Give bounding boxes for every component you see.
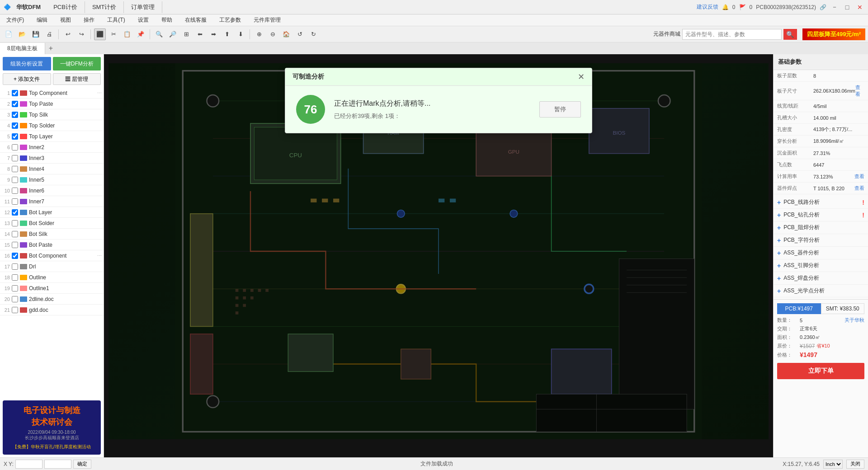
param-utilization-link[interactable]: 查看 <box>854 173 864 180</box>
tb-fit[interactable]: ⊞ <box>180 28 192 40</box>
add-file-btn[interactable]: + 添加文件 <box>3 73 51 85</box>
tb-print[interactable]: 🖨 <box>43 28 55 40</box>
layer-check[interactable] <box>12 209 18 216</box>
confirm-btn[interactable]: 确定 <box>73 460 91 469</box>
layer-row[interactable]: 2 Top Paste <box>0 99 104 109</box>
price-tab-pcb[interactable]: PCB:¥1497 <box>777 303 821 314</box>
layer-row[interactable]: 18 Outline <box>0 272 104 283</box>
layer-row[interactable]: 16 Bot Component ⋯ <box>0 250 104 261</box>
layer-row[interactable]: 11 Inner7 <box>0 196 104 207</box>
analysis-pcb-trace[interactable]: + PCB_线路分析 ! <box>774 196 868 209</box>
tb-copy[interactable]: 📋 <box>121 28 133 40</box>
layer-check[interactable] <box>12 296 18 302</box>
layer-row[interactable]: 9 Inner5 <box>0 174 104 185</box>
minimize-button[interactable]: － <box>830 3 839 12</box>
layer-row[interactable]: 5 Top Layer <box>0 131 104 142</box>
menu-process[interactable]: 工艺参数 <box>217 15 244 25</box>
analysis-pcb-char[interactable]: + PCB_字符分析 <box>774 234 868 247</box>
layer-check[interactable] <box>12 220 18 226</box>
mode-btn[interactable]: 关闭 <box>846 460 864 469</box>
flag-icon[interactable]: 🚩 <box>739 4 746 10</box>
analysis-ass-pad[interactable]: + ASS_焊盘分析 <box>774 272 868 285</box>
layer-row[interactable]: 13 Bot Solder <box>0 218 104 229</box>
tb-home[interactable]: 🏠 <box>280 28 292 40</box>
layer-row[interactable]: 4 Top Solder <box>0 120 104 131</box>
left-banner[interactable]: 电子设计与制造技术研讨会 2022/09/04 09:30-18:00 长沙步步… <box>3 400 101 455</box>
menu-file[interactable]: 文件(F) <box>4 15 27 25</box>
layer-check[interactable] <box>12 133 18 140</box>
tb-up[interactable]: ⬆ <box>221 28 233 40</box>
menu-tools[interactable]: 工具(T) <box>104 15 127 25</box>
price-tab-smt[interactable]: SMT: ¥383.50 <box>821 303 865 314</box>
layer-check[interactable] <box>12 112 18 118</box>
analysis-ass-optical[interactable]: + ASS_光学点分析 <box>774 285 868 297</box>
layer-row[interactable]: 1 Top Component ⋯ <box>0 88 104 99</box>
layer-check[interactable] <box>12 242 18 248</box>
layer-check[interactable] <box>12 274 18 281</box>
layer-check[interactable] <box>12 231 18 237</box>
analysis-pcb-solder[interactable]: + PCB_阻焊分析 <box>774 221 868 234</box>
menu-support[interactable]: 在线客服 <box>182 15 209 25</box>
tab-pcb[interactable]: PCB计价 <box>46 1 85 13</box>
ad-banner-toolbar[interactable]: 四层板降至499元/m² <box>802 28 865 40</box>
layer-row[interactable]: 10 Inner6 <box>0 185 104 196</box>
layer-row[interactable]: 3 Top Silk <box>0 109 104 120</box>
dialog-close-btn[interactable]: ✕ <box>578 73 585 81</box>
layer-row[interactable]: 8 Inner4 <box>0 164 104 174</box>
tb-redo[interactable]: ↪ <box>75 28 87 40</box>
tb-cut[interactable]: ✂ <box>108 28 119 40</box>
tb-zoom-in[interactable]: 🔍 <box>153 28 165 40</box>
layer-row[interactable]: 7 Inner3 <box>0 153 104 164</box>
order-button[interactable]: 立即下单 <box>777 363 864 379</box>
analysis-ass-component[interactable]: + ASS_器件分析 <box>774 247 868 259</box>
layer-check[interactable] <box>12 166 18 172</box>
layer-check[interactable] <box>12 90 18 96</box>
tab-order[interactable]: 订单管理 <box>124 1 162 13</box>
layer-check[interactable] <box>12 155 18 161</box>
analysis-pcb-drill[interactable]: + PCB_钻孔分析 ! <box>774 209 868 221</box>
menu-view[interactable]: 视图 <box>57 15 74 25</box>
dfm-analysis-btn[interactable]: 一键DFM分析 <box>53 57 101 70</box>
layer-row[interactable]: 17 Drl <box>0 261 104 272</box>
layer-row[interactable]: 19 Outline1 <box>0 283 104 294</box>
y-coord-input[interactable] <box>44 460 71 469</box>
tb-open[interactable]: 📂 <box>16 28 28 40</box>
component-search-btn[interactable]: 🔍 <box>783 29 797 40</box>
tb-down[interactable]: ⬇ <box>235 28 246 40</box>
layer-check[interactable] <box>12 177 18 183</box>
layer-check[interactable] <box>12 101 18 107</box>
layer-row[interactable]: 6 Inner2 <box>0 142 104 153</box>
tb-select[interactable]: ⬛ <box>94 28 106 40</box>
layer-manage-btn[interactable]: ☰ 层管理 <box>53 73 101 85</box>
assembly-analysis-btn[interactable]: 组装分析设置 <box>3 57 51 70</box>
dialog-pause-button[interactable]: 暂停 <box>539 101 581 118</box>
analysis-ass-pin[interactable]: + ASS_引脚分析 <box>774 259 868 272</box>
menu-components[interactable]: 元件库管理 <box>251 15 283 25</box>
tb-rotl[interactable]: ↺ <box>294 28 306 40</box>
layer-check[interactable] <box>12 188 18 194</box>
layer-check[interactable] <box>12 307 18 313</box>
layer-check[interactable] <box>12 253 18 259</box>
tb-save[interactable]: 💾 <box>30 28 42 40</box>
layer-check[interactable] <box>12 285 18 291</box>
bell-icon[interactable]: 🔔 <box>722 4 729 10</box>
tb-paste[interactable]: 📌 <box>135 28 146 40</box>
param-size-link[interactable]: 查看 <box>855 84 864 98</box>
layer-check[interactable] <box>12 144 18 150</box>
layer-check[interactable] <box>12 263 18 270</box>
close-button[interactable]: ✕ <box>855 3 864 12</box>
tb-zoomout2[interactable]: ⊖ <box>267 28 278 40</box>
component-search-input[interactable] <box>682 29 782 40</box>
pcb-link-icon[interactable]: 🔗 <box>820 4 826 10</box>
feedback-link[interactable]: 建议反馈 <box>697 3 718 11</box>
layer-row[interactable]: 15 Bot Paste <box>0 240 104 250</box>
layer-check[interactable] <box>12 198 18 205</box>
maximize-button[interactable]: □ <box>843 3 852 12</box>
x-coord-input[interactable] <box>15 460 42 469</box>
tb-prev[interactable]: ⬅ <box>194 28 206 40</box>
menu-operate[interactable]: 操作 <box>81 15 97 25</box>
layer-row[interactable]: 12 Bot Layer <box>0 207 104 218</box>
menu-help[interactable]: 帮助 <box>159 15 175 25</box>
tab-add-btn[interactable]: + <box>45 42 57 54</box>
menu-edit[interactable]: 编辑 <box>34 15 50 25</box>
